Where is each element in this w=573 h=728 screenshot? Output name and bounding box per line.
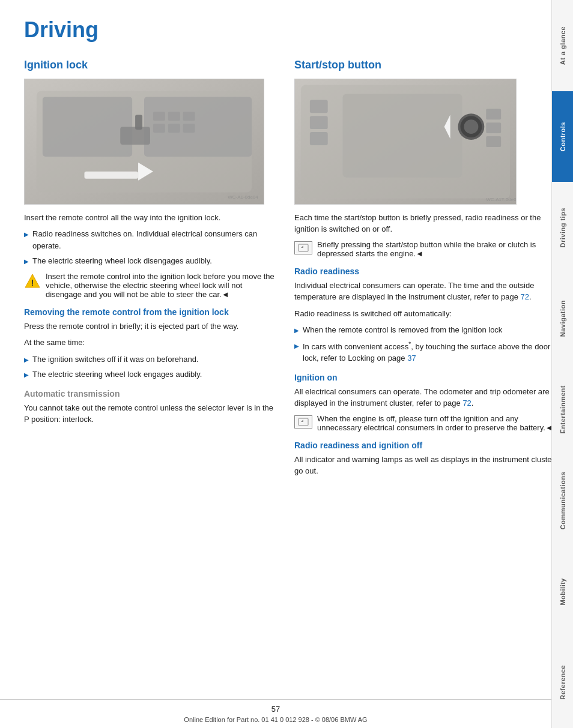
bullet-arrow-icon: ▶	[24, 230, 29, 239]
ignition-on-title: Ignition on	[294, 373, 561, 382]
svg-rect-23	[310, 132, 328, 145]
removing-subsection-title: Removing the remote control from the ign…	[24, 307, 276, 317]
svg-rect-24	[343, 94, 462, 177]
auto-transmission-title: Automatic transmission	[24, 389, 276, 399]
radio-readiness-bullets: ▶ When the remote control is removed fro…	[294, 324, 561, 364]
start-stop-column: Start/stop button	[294, 59, 561, 482]
svg-rect-21	[310, 100, 328, 113]
warning-text: Insert the remote control into the ignit…	[46, 272, 276, 299]
end-marker-note: ◄	[416, 249, 423, 258]
auto-transmission-text: You cannot take out the remote control u…	[24, 402, 276, 426]
ignition-intro: Insert the remote control all the way in…	[24, 212, 276, 224]
sidebar-tab-label: Controls	[559, 122, 566, 151]
removing-intro: Press the remote control in briefly; it …	[24, 320, 276, 332]
svg-text:WC-A1-0de04: WC-A1-0de04	[228, 194, 258, 199]
ignition-on-text: All electrical consumers can operate. Th…	[294, 386, 561, 409]
sidebar-item-navigation[interactable]: Navigation	[551, 273, 573, 364]
warning-box: ! Insert the remote control into the ign…	[24, 272, 276, 299]
svg-marker-34	[301, 245, 303, 248]
footer-text: Online Edition for Part no. 01 41 0 012 …	[184, 716, 367, 723]
sidebar-tab-label: Driving tips	[559, 208, 566, 248]
note-icon	[294, 241, 312, 254]
svg-rect-10	[168, 112, 180, 121]
bullet-text: In cars with convenient access*, by touc…	[303, 340, 561, 364]
bullet-arrow-icon: ▶	[24, 257, 29, 266]
radio-readiness-title: Radio readiness	[294, 266, 561, 276]
bullet-item: ▶ The electric steering wheel lock engag…	[24, 369, 276, 381]
start-stop-title: Start/stop button	[294, 59, 561, 71]
svg-rect-31	[486, 136, 501, 147]
bullet-text: The electric steering wheel lock engages…	[32, 369, 202, 381]
sidebar-nav: At a glance Controls Driving tips Naviga…	[551, 0, 573, 728]
svg-rect-6	[135, 115, 142, 130]
sidebar-tab-label: Mobility	[559, 578, 566, 606]
radio-readiness-text: Individual electrical consumers can oper…	[294, 280, 561, 303]
bullet-item: ▶ Radio readiness switches on. Individua…	[24, 228, 276, 251]
svg-rect-29	[486, 109, 501, 119]
page-footer: 57 Online Edition for Part no. 01 41 0 0…	[0, 697, 551, 728]
ignition-lock-column: Ignition lock	[24, 59, 276, 482]
svg-point-27	[464, 119, 478, 134]
page-number: 57	[271, 705, 280, 714]
sidebar-item-driving-tips[interactable]: Driving tips	[551, 182, 573, 273]
end-marker: ◄	[222, 290, 229, 299]
bullet-arrow-icon: ▶	[294, 341, 299, 350]
page-title: Driving	[24, 18, 561, 42]
ignition-lock-title: Ignition lock	[24, 59, 276, 71]
bullet-item: ▶ When the remote control is removed fro…	[294, 324, 561, 336]
svg-text:!: !	[31, 278, 34, 287]
switched-off-text: Radio readiness is switched off automati…	[294, 308, 561, 320]
sidebar-tab-label: Entertainment	[559, 385, 566, 433]
ignition-note-box: When the engine is off, please turn off …	[294, 414, 561, 432]
page-ref-72-ignition[interactable]: 72	[462, 399, 471, 408]
start-stop-intro: Each time the start/stop button is brief…	[294, 212, 561, 235]
bullet-arrow-icon: ▶	[24, 370, 29, 379]
sidebar-item-reference[interactable]: Reference	[551, 637, 573, 728]
note-icon-ignition	[294, 415, 312, 429]
svg-rect-5	[120, 127, 150, 145]
bullet-arrow-icon: ▶	[24, 355, 29, 364]
bullet-text: When the remote control is removed from …	[303, 324, 502, 336]
bullet-item: ▶ The electric steering wheel lock disen…	[24, 255, 276, 267]
sidebar-item-at-a-glance[interactable]: At a glance	[551, 0, 573, 91]
svg-rect-8	[85, 171, 139, 178]
note-text: Briefly pressing the start/stop button w…	[317, 240, 561, 258]
sidebar-item-communications[interactable]: Communications	[551, 455, 573, 546]
ignition-lock-image: WC-A1-0de04	[24, 79, 264, 205]
sidebar-tab-label: At a glance	[559, 26, 566, 65]
sidebar-tab-label: Communications	[559, 472, 566, 529]
svg-rect-13	[168, 124, 180, 133]
bullet-item: ▶ The ignition switches off if it was on…	[24, 353, 276, 366]
ignition-bullets: ▶ Radio readiness switches on. Individua…	[24, 228, 276, 267]
page-ref-72-radio[interactable]: 72	[521, 292, 529, 301]
sidebar-tab-label: Reference	[559, 665, 566, 700]
sidebar-item-entertainment[interactable]: Entertainment	[551, 364, 573, 456]
svg-rect-22	[310, 116, 328, 129]
svg-rect-14	[183, 124, 195, 133]
ignition-note-text: When the engine is off, please turn off …	[317, 414, 561, 432]
sidebar-tab-label: Navigation	[559, 300, 566, 337]
radio-ignition-off-text: All indicator and warning lamps as well …	[294, 454, 561, 477]
bullet-text: The electric steering wheel lock disenga…	[32, 255, 212, 267]
main-content: Driving Ignition lock	[0, 0, 573, 728]
svg-marker-36	[301, 420, 303, 422]
note-box: Briefly pressing the start/stop button w…	[294, 240, 561, 258]
svg-rect-12	[153, 124, 165, 133]
page-container: Driving Ignition lock	[0, 0, 573, 728]
bullet-text: The ignition switches off if it was on b…	[32, 353, 199, 366]
sidebar-item-controls[interactable]: Controls	[551, 91, 573, 182]
radio-ignition-off-title: Radio readiness and ignition off	[294, 441, 561, 450]
svg-rect-11	[183, 112, 195, 121]
two-column-layout: Ignition lock	[24, 59, 561, 482]
bullet-item: ▶ In cars with convenient access*, by to…	[294, 340, 561, 364]
svg-text:WC-A1T-0de04: WC-A1T-0de04	[486, 197, 516, 202]
sidebar-item-mobility[interactable]: Mobility	[551, 546, 573, 637]
removing-bullets: ▶ The ignition switches off if it was on…	[24, 353, 276, 381]
svg-rect-3	[43, 97, 132, 157]
svg-rect-30	[486, 122, 501, 133]
start-stop-image: WC-A1T-0de04	[294, 79, 517, 205]
warning-icon: !	[24, 273, 41, 290]
at-same-time: At the same time:	[24, 337, 276, 349]
svg-rect-9	[153, 112, 165, 121]
bullet-arrow-icon: ▶	[294, 326, 299, 335]
